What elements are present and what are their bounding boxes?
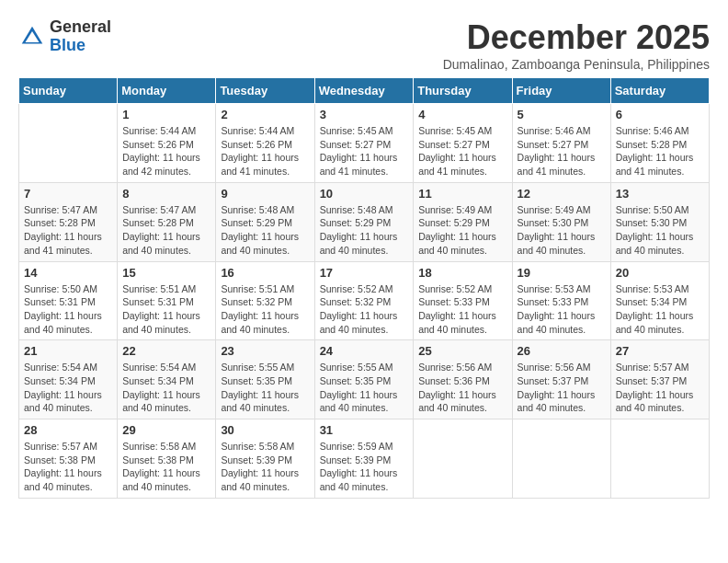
day-info: Sunrise: 5:57 AMSunset: 5:37 PMDaylight:…: [616, 362, 694, 413]
calendar-cell: 31 Sunrise: 5:59 AMSunset: 5:39 PMDaylig…: [314, 419, 414, 499]
day-number: 28: [24, 423, 112, 437]
day-number: 7: [24, 187, 112, 201]
day-number: 3: [320, 108, 409, 121]
calendar-cell: 26 Sunrise: 5:56 AMSunset: 5:37 PMDaylig…: [512, 340, 610, 419]
day-number: 10: [320, 187, 409, 201]
calendar-week-row: 14 Sunrise: 5:50 AMSunset: 5:31 PMDaylig…: [19, 261, 710, 340]
calendar-week-row: 7 Sunrise: 5:47 AMSunset: 5:28 PMDayligh…: [19, 182, 710, 261]
calendar-cell: 5 Sunrise: 5:46 AMSunset: 5:27 PMDayligh…: [512, 104, 610, 183]
calendar-cell: [19, 104, 118, 183]
day-number: 19: [518, 266, 606, 280]
day-number: 9: [221, 187, 309, 201]
day-info: Sunrise: 5:51 AMSunset: 5:32 PMDaylight:…: [221, 283, 299, 335]
day-info: Sunrise: 5:58 AMSunset: 5:39 PMDaylight:…: [221, 441, 299, 492]
day-number: 22: [122, 344, 210, 358]
location-subtitle: Dumalinao, Zamboanga Peninsula, Philippi…: [443, 57, 710, 72]
calendar-cell: 22 Sunrise: 5:54 AMSunset: 5:34 PMDaylig…: [118, 340, 216, 419]
day-number: 14: [24, 266, 112, 280]
logo-blue-text: Blue: [50, 37, 111, 55]
day-number: 23: [221, 344, 309, 358]
header-sunday: Sunday: [19, 78, 118, 104]
calendar-cell: [610, 419, 709, 499]
day-info: Sunrise: 5:47 AMSunset: 5:28 PMDaylight:…: [122, 204, 200, 256]
day-number: 15: [122, 266, 210, 280]
calendar-cell: 12 Sunrise: 5:49 AMSunset: 5:30 PMDaylig…: [512, 182, 610, 261]
day-info: Sunrise: 5:52 AMSunset: 5:32 PMDaylight:…: [320, 283, 398, 335]
calendar-week-row: 1 Sunrise: 5:44 AMSunset: 5:26 PMDayligh…: [19, 104, 710, 183]
day-info: Sunrise: 5:47 AMSunset: 5:28 PMDaylight:…: [24, 204, 102, 256]
day-info: Sunrise: 5:56 AMSunset: 5:36 PMDaylight:…: [418, 362, 496, 413]
calendar-cell: 21 Sunrise: 5:54 AMSunset: 5:34 PMDaylig…: [19, 340, 118, 419]
calendar-week-row: 21 Sunrise: 5:54 AMSunset: 5:34 PMDaylig…: [19, 340, 710, 419]
calendar-cell: 24 Sunrise: 5:55 AMSunset: 5:35 PMDaylig…: [314, 340, 414, 419]
day-number: 29: [122, 423, 210, 437]
calendar-cell: 9 Sunrise: 5:48 AMSunset: 5:29 PMDayligh…: [216, 182, 314, 261]
calendar-cell: 14 Sunrise: 5:50 AMSunset: 5:31 PMDaylig…: [19, 261, 118, 340]
month-title: December 2025: [443, 18, 710, 57]
day-number: 1: [122, 108, 210, 121]
title-block: December 2025 Dumalinao, Zamboanga Penin…: [443, 18, 710, 72]
day-info: Sunrise: 5:48 AMSunset: 5:29 PMDaylight:…: [221, 204, 299, 256]
calendar-cell: [512, 419, 610, 499]
calendar-cell: 15 Sunrise: 5:51 AMSunset: 5:31 PMDaylig…: [118, 261, 216, 340]
calendar-cell: 23 Sunrise: 5:55 AMSunset: 5:35 PMDaylig…: [216, 340, 314, 419]
calendar-cell: 28 Sunrise: 5:57 AMSunset: 5:38 PMDaylig…: [19, 419, 118, 499]
calendar-cell: 18 Sunrise: 5:52 AMSunset: 5:33 PMDaylig…: [414, 261, 512, 340]
day-info: Sunrise: 5:53 AMSunset: 5:33 PMDaylight:…: [518, 283, 596, 335]
day-number: 17: [320, 266, 409, 280]
logo-general-text: General: [50, 18, 111, 37]
calendar-cell: 27 Sunrise: 5:57 AMSunset: 5:37 PMDaylig…: [610, 340, 709, 419]
calendar-cell: 30 Sunrise: 5:58 AMSunset: 5:39 PMDaylig…: [216, 419, 314, 499]
calendar-cell: 25 Sunrise: 5:56 AMSunset: 5:36 PMDaylig…: [414, 340, 512, 419]
day-info: Sunrise: 5:59 AMSunset: 5:39 PMDaylight:…: [320, 441, 398, 492]
logo-icon: [18, 23, 46, 51]
day-info: Sunrise: 5:57 AMSunset: 5:38 PMDaylight:…: [24, 441, 102, 492]
calendar-cell: 19 Sunrise: 5:53 AMSunset: 5:33 PMDaylig…: [512, 261, 610, 340]
calendar-cell: 29 Sunrise: 5:58 AMSunset: 5:38 PMDaylig…: [118, 419, 216, 499]
day-number: 18: [418, 266, 506, 280]
day-info: Sunrise: 5:44 AMSunset: 5:26 PMDaylight:…: [122, 125, 200, 177]
calendar-cell: 10 Sunrise: 5:48 AMSunset: 5:29 PMDaylig…: [314, 182, 414, 261]
calendar-cell: 11 Sunrise: 5:49 AMSunset: 5:29 PMDaylig…: [414, 182, 512, 261]
day-number: 8: [122, 187, 210, 201]
calendar-cell: 7 Sunrise: 5:47 AMSunset: 5:28 PMDayligh…: [19, 182, 118, 261]
day-info: Sunrise: 5:49 AMSunset: 5:30 PMDaylight:…: [518, 204, 596, 256]
day-info: Sunrise: 5:48 AMSunset: 5:29 PMDaylight:…: [320, 204, 398, 256]
day-number: 5: [518, 108, 606, 121]
day-number: 11: [418, 187, 506, 201]
day-info: Sunrise: 5:55 AMSunset: 5:35 PMDaylight:…: [320, 362, 398, 413]
day-number: 31: [320, 423, 409, 437]
day-info: Sunrise: 5:46 AMSunset: 5:27 PMDaylight:…: [518, 125, 596, 177]
calendar-cell: 2 Sunrise: 5:44 AMSunset: 5:26 PMDayligh…: [216, 104, 314, 183]
day-info: Sunrise: 5:54 AMSunset: 5:34 PMDaylight:…: [122, 362, 200, 413]
day-number: 13: [616, 187, 704, 201]
day-number: 20: [616, 266, 704, 280]
day-info: Sunrise: 5:56 AMSunset: 5:37 PMDaylight:…: [518, 362, 596, 413]
page-header: General Blue December 2025 Dumalinao, Za…: [18, 18, 710, 72]
header-wednesday: Wednesday: [314, 78, 414, 104]
header-tuesday: Tuesday: [216, 78, 314, 104]
day-info: Sunrise: 5:52 AMSunset: 5:33 PMDaylight:…: [418, 283, 496, 335]
calendar-cell: 16 Sunrise: 5:51 AMSunset: 5:32 PMDaylig…: [216, 261, 314, 340]
calendar-cell: 4 Sunrise: 5:45 AMSunset: 5:27 PMDayligh…: [414, 104, 512, 183]
day-info: Sunrise: 5:55 AMSunset: 5:35 PMDaylight:…: [221, 362, 299, 413]
day-info: Sunrise: 5:45 AMSunset: 5:27 PMDaylight:…: [320, 125, 398, 177]
day-info: Sunrise: 5:51 AMSunset: 5:31 PMDaylight:…: [122, 283, 200, 335]
calendar-table: Sunday Monday Tuesday Wednesday Thursday…: [18, 77, 710, 499]
calendar-week-row: 28 Sunrise: 5:57 AMSunset: 5:38 PMDaylig…: [19, 419, 710, 499]
days-header-row: Sunday Monday Tuesday Wednesday Thursday…: [19, 78, 710, 104]
day-number: 27: [616, 344, 704, 358]
day-info: Sunrise: 5:50 AMSunset: 5:30 PMDaylight:…: [616, 204, 694, 256]
day-number: 12: [518, 187, 606, 201]
day-number: 4: [418, 108, 506, 121]
header-thursday: Thursday: [414, 78, 512, 104]
day-number: 30: [221, 423, 309, 437]
calendar-cell: 17 Sunrise: 5:52 AMSunset: 5:32 PMDaylig…: [314, 261, 414, 340]
day-info: Sunrise: 5:53 AMSunset: 5:34 PMDaylight:…: [616, 283, 694, 335]
day-info: Sunrise: 5:58 AMSunset: 5:38 PMDaylight:…: [122, 441, 200, 492]
day-info: Sunrise: 5:46 AMSunset: 5:28 PMDaylight:…: [616, 125, 694, 177]
day-number: 16: [221, 266, 309, 280]
calendar-cell: 13 Sunrise: 5:50 AMSunset: 5:30 PMDaylig…: [610, 182, 709, 261]
day-number: 21: [24, 344, 112, 358]
header-friday: Friday: [512, 78, 610, 104]
